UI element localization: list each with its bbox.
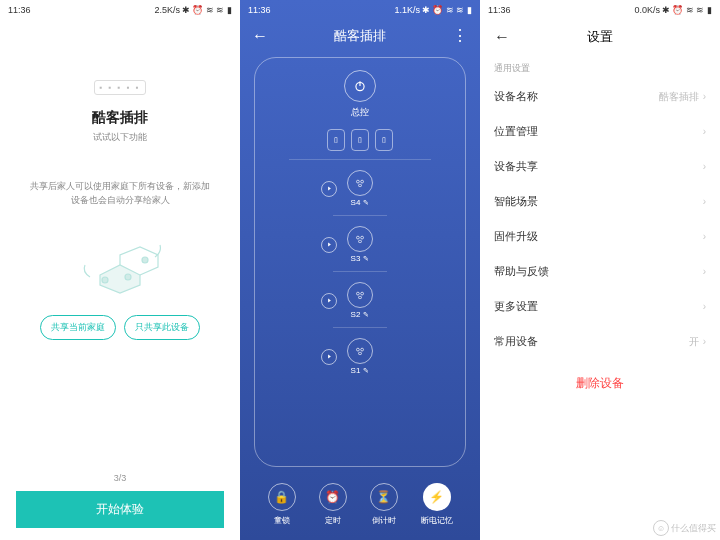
edit-icon[interactable]: ✎: [363, 367, 369, 375]
socket-S1[interactable]: [347, 338, 373, 364]
svg-point-0: [102, 277, 108, 283]
divider: [333, 327, 386, 328]
chevron-right-icon: ›: [703, 196, 706, 207]
net-rate: 2.5K/s: [154, 5, 180, 15]
share-device-button[interactable]: 只共享此设备: [124, 315, 200, 340]
settings-screen: 11:36 0.0K/s ✱ ⏰ ≋ ≋ ▮ ← 设置 通用设置 设备名称酷客插…: [480, 0, 720, 540]
divider: [333, 271, 386, 272]
row-label: 位置管理: [494, 124, 538, 139]
svg-rect-16: [359, 352, 362, 354]
share-buttons: 共享当前家庭 只共享此设备: [40, 315, 200, 340]
svg-point-2: [142, 257, 148, 263]
row-label: 帮助与反馈: [494, 264, 549, 279]
row-value: 开: [689, 335, 699, 349]
row-label: 更多设置: [494, 299, 538, 314]
socket-label-S3: S3 ✎: [351, 254, 370, 263]
chevron-right-icon: ›: [703, 91, 706, 102]
socket-S2[interactable]: [347, 282, 373, 308]
device-title: 酷客插排: [92, 109, 148, 127]
row-value: 酷客插排: [659, 90, 699, 104]
device-subtitle: 试试以下功能: [93, 131, 147, 144]
socket-label-S2: S2 ✎: [351, 310, 370, 319]
back-button[interactable]: ←: [252, 27, 268, 45]
chevron-right-icon: ›: [703, 231, 706, 242]
status-bar: 11:36 1.1K/s ✱ ⏰ ≋ ≋ ▮: [240, 0, 480, 20]
row-label: 智能场景: [494, 194, 538, 209]
status-icons: ✱ ⏰ ≋ ≋ ▮: [422, 5, 472, 15]
socket-play-S1[interactable]: [321, 349, 337, 365]
status-bar: 11:36 2.5K/s ✱ ⏰ ≋ ≋ ▮: [0, 0, 240, 20]
settings-row-智能场景[interactable]: 智能场景›: [480, 184, 720, 219]
settings-section-label: 通用设置: [480, 54, 720, 79]
socket-S4[interactable]: [347, 170, 373, 196]
status-bar: 11:36 0.0K/s ✱ ⏰ ≋ ≋ ▮: [480, 0, 720, 20]
socket-label-S1: S1 ✎: [351, 366, 370, 375]
master-power-button[interactable]: [344, 70, 376, 102]
action-童锁[interactable]: 🔒: [268, 483, 296, 511]
more-menu-button[interactable]: ⋮: [452, 26, 468, 45]
svg-point-8: [357, 236, 360, 239]
usb-port-3[interactable]: ▯: [375, 129, 393, 151]
socket-S3[interactable]: [347, 226, 373, 252]
start-experience-button[interactable]: 开始体验: [16, 491, 224, 528]
device-header-title: 酷客插排: [334, 27, 386, 45]
edit-icon[interactable]: ✎: [363, 311, 369, 319]
settings-row-更多设置[interactable]: 更多设置›: [480, 289, 720, 324]
share-home-button[interactable]: 共享当前家庭: [40, 315, 116, 340]
onboarding-content: ▪ ▪ ▪ ▪ ▪ 酷客插排 试试以下功能 共享后家人可以使用家庭下所有设备，新…: [0, 20, 240, 483]
status-time: 11:36: [248, 5, 271, 15]
svg-point-5: [357, 180, 360, 183]
edit-icon[interactable]: ✎: [363, 255, 369, 263]
svg-rect-13: [359, 296, 362, 298]
svg-point-12: [361, 292, 364, 295]
master-label: 总控: [351, 106, 369, 119]
settings-row-设备名称[interactable]: 设备名称酷客插排›: [480, 79, 720, 114]
share-description: 共享后家人可以使用家庭下所有设备，新添加设备也会自动分享给家人: [16, 180, 224, 207]
settings-row-设备共享[interactable]: 设备共享›: [480, 149, 720, 184]
row-label: 固件升级: [494, 229, 538, 244]
socket-play-S3[interactable]: [321, 237, 337, 253]
back-button[interactable]: ←: [494, 28, 510, 46]
status-time: 11:36: [488, 5, 511, 15]
usb-port-2[interactable]: ▯: [351, 129, 369, 151]
watermark-icon: ☺: [653, 520, 669, 536]
share-illustration: [70, 227, 170, 297]
settings-row-固件升级[interactable]: 固件升级›: [480, 219, 720, 254]
pager-indicator: 3/3: [114, 473, 127, 483]
device-image-placeholder: ▪ ▪ ▪ ▪ ▪: [94, 80, 145, 95]
status-time: 11:36: [8, 5, 31, 15]
svg-point-14: [357, 348, 360, 351]
action-label: 童锁: [274, 515, 290, 526]
chevron-right-icon: ›: [703, 301, 706, 312]
svg-point-1: [125, 274, 131, 280]
socket-label-S4: S4 ✎: [351, 198, 370, 207]
settings-row-常用设备[interactable]: 常用设备开›: [480, 324, 720, 359]
action-label: 断电记忆: [421, 515, 453, 526]
socket-play-S2[interactable]: [321, 293, 337, 309]
net-rate: 1.1K/s: [394, 5, 420, 15]
action-倒计时[interactable]: ⏳: [370, 483, 398, 511]
device-header: ← 酷客插排 ⋮: [240, 20, 480, 51]
usb-port-1[interactable]: ▯: [327, 129, 345, 151]
watermark: ☺ 什么值得买: [653, 520, 716, 536]
svg-point-9: [361, 236, 364, 239]
action-定时[interactable]: ⏰: [319, 483, 347, 511]
edit-icon[interactable]: ✎: [363, 199, 369, 207]
socket-play-S4[interactable]: [321, 181, 337, 197]
svg-rect-10: [359, 240, 362, 242]
delete-device-button[interactable]: 删除设备: [480, 359, 720, 408]
svg-point-6: [361, 180, 364, 183]
device-control-screen: 11:36 1.1K/s ✱ ⏰ ≋ ≋ ▮ ← 酷客插排 ⋮ 总控 ▯ ▯ ▯…: [240, 0, 480, 540]
svg-point-11: [357, 292, 360, 295]
action-label: 倒计时: [372, 515, 396, 526]
action-断电记忆[interactable]: ⚡: [423, 483, 451, 511]
svg-rect-7: [359, 184, 362, 186]
row-label: 常用设备: [494, 334, 538, 349]
status-icons: ✱ ⏰ ≋ ≋ ▮: [182, 5, 232, 15]
settings-header: ← 设置: [480, 20, 720, 54]
chevron-right-icon: ›: [703, 336, 706, 347]
settings-row-位置管理[interactable]: 位置管理›: [480, 114, 720, 149]
usb-row: ▯ ▯ ▯: [327, 129, 393, 151]
chevron-right-icon: ›: [703, 266, 706, 277]
settings-row-帮助与反馈[interactable]: 帮助与反馈›: [480, 254, 720, 289]
